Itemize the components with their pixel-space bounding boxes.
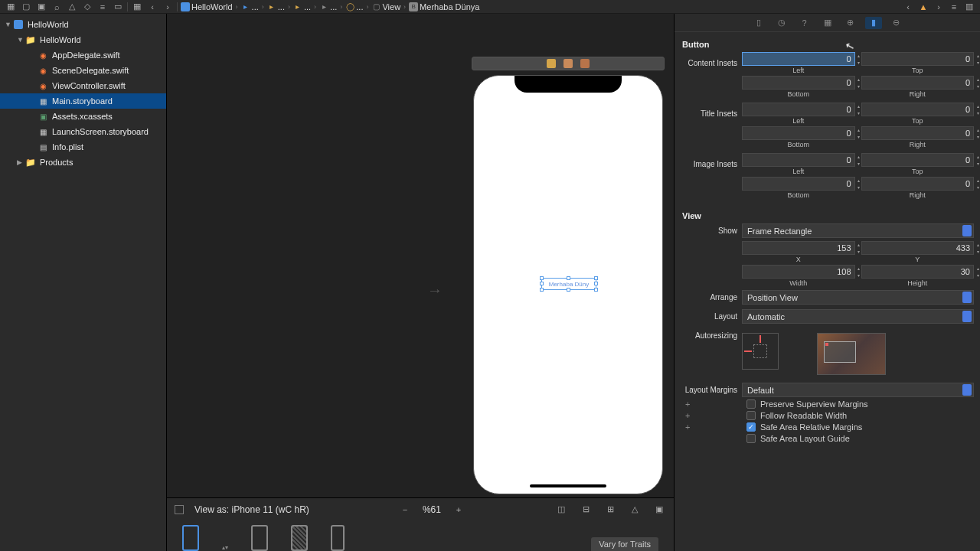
resize-handle[interactable] [540, 288, 544, 292]
autoresizing-control[interactable] [742, 333, 779, 370]
layout-margins-dropdown[interactable]: Default [742, 383, 974, 397]
file-row[interactable]: ◉ViewController.swift [0, 78, 166, 93]
breadcrumb-item[interactable]: ▸... [318, 2, 338, 11]
image-insets-bottom-input[interactable]: 0▴▾ [742, 177, 855, 191]
breadcrumb-item[interactable]: ▢View [370, 2, 402, 11]
breadcrumb-item[interactable]: ▸... [292, 2, 312, 11]
scene-toolbar[interactable] [472, 57, 665, 70]
device-option[interactable] [291, 525, 308, 551]
history-inspector-tab[interactable]: ◷ [773, 17, 790, 29]
panel-icon[interactable]: ▢ [18, 2, 34, 12]
resize-handle[interactable] [594, 282, 598, 285]
breadcrumb-item[interactable]: ◯... [344, 2, 364, 11]
device-option[interactable] [182, 525, 199, 551]
width-input[interactable]: 108▴▾ [742, 265, 855, 279]
scene-icon[interactable] [547, 59, 556, 68]
resize-handle[interactable] [540, 276, 544, 280]
safe-area-relative-checkbox[interactable] [746, 422, 756, 432]
scene-icon[interactable] [564, 59, 573, 68]
warning-badge-icon[interactable]: ▲ [916, 2, 931, 12]
file-row[interactable]: ◉SceneDelegate.swift [0, 63, 166, 78]
title-insets-bottom-input[interactable]: 0▴▾ [742, 126, 855, 140]
assistant-icon[interactable]: ▥ [962, 2, 977, 12]
arrange-dropdown[interactable]: Position View [742, 290, 974, 305]
stepper-icon[interactable]: ▴▾ [975, 242, 980, 256]
resize-handle[interactable] [594, 288, 598, 292]
safe-area-guide-checkbox[interactable] [746, 434, 756, 443]
title-insets-right-input[interactable]: 0▴▾ [861, 126, 975, 140]
image-insets-left-input[interactable]: 0▴▾ [742, 153, 855, 167]
add-icon[interactable]: + [685, 422, 690, 432]
content-insets-top-input[interactable]: 0▴▾ [861, 52, 975, 66]
file-row-selected[interactable]: ▦Main.storyboard [0, 93, 166, 109]
image-insets-right-input[interactable]: 0▴▾ [861, 177, 975, 191]
resize-handle[interactable] [594, 276, 598, 280]
stepper-icon[interactable]: ▴▾ [975, 77, 980, 90]
debug-icon[interactable]: ≡ [95, 2, 110, 12]
breadcrumb-item[interactable]: BMerhaba Dünya [407, 2, 481, 11]
title-insets-left-input[interactable]: 0▴▾ [742, 103, 855, 116]
vary-for-traits-button[interactable]: Vary for Traits [591, 537, 658, 551]
file-inspector-tab[interactable]: ▯ [750, 17, 767, 29]
device-outline-toggle[interactable] [175, 505, 184, 514]
stepper-icon[interactable]: ▴▾ [222, 544, 228, 551]
x-input[interactable]: 153▴▾ [742, 241, 855, 255]
strut-left[interactable] [744, 350, 752, 352]
scene-icon[interactable] [580, 59, 590, 68]
canvas-area[interactable]: → Merhaba Düny [167, 14, 674, 497]
breadcrumb-project[interactable]: HelloWorld [179, 2, 234, 11]
nav-forward-icon[interactable]: › [931, 2, 946, 12]
view-as-label[interactable]: View as: iPhone 11 (wC hR) [194, 504, 309, 515]
connections-inspector-tab[interactable]: ⊖ [888, 17, 905, 29]
outline-icon[interactable]: ≡ [946, 2, 962, 12]
back-button[interactable]: ‹ [145, 2, 160, 12]
show-dropdown[interactable]: Frame Rectangle [742, 223, 974, 238]
related-icon[interactable]: ▦ [129, 2, 145, 12]
search-icon[interactable]: ⌕ [49, 2, 64, 12]
title-insets-top-input[interactable]: 0▴▾ [861, 103, 975, 116]
report-icon[interactable]: ▭ [110, 2, 126, 12]
file-row[interactable]: ▦LaunchScreen.storyboard [0, 124, 166, 139]
attributes-inspector-tab[interactable]: ⊕ [842, 17, 859, 29]
resize-handle[interactable] [567, 276, 570, 280]
preserve-superview-checkbox[interactable] [746, 399, 756, 409]
products-row[interactable]: ▶📁Products [0, 155, 166, 170]
test-icon[interactable]: ◇ [80, 2, 95, 12]
file-row[interactable]: ◉AppDelegate.swift [0, 47, 166, 63]
y-input[interactable]: 433▴▾ [861, 241, 975, 255]
file-row[interactable]: ▤Info.plist [0, 139, 166, 155]
device-option[interactable] [331, 525, 345, 551]
image-insets-top-input[interactable]: 0▴▾ [861, 153, 975, 167]
panel-icon[interactable]: ▦ [3, 2, 18, 12]
content-insets-bottom-input[interactable]: 0▴▾ [742, 76, 855, 90]
constraint-icon[interactable]: ◫ [554, 504, 568, 514]
zoom-level[interactable]: %61 [423, 504, 441, 515]
zoom-in-button[interactable]: + [452, 505, 466, 514]
layout-dropdown[interactable]: Automatic [742, 309, 974, 324]
nav-back-icon[interactable]: ‹ [900, 2, 916, 12]
breadcrumb-item[interactable]: ▸... [266, 2, 286, 11]
height-input[interactable]: 30▴▾ [861, 265, 975, 279]
breadcrumb-item[interactable]: ▸... [240, 2, 260, 11]
size-inspector-tab[interactable]: ▮ [865, 17, 882, 29]
add-icon[interactable]: + [685, 399, 690, 409]
resolve-icon[interactable]: △ [628, 504, 642, 514]
content-insets-right-input[interactable]: 0▴▾ [861, 76, 975, 90]
device-option[interactable] [251, 525, 268, 551]
follow-readable-checkbox[interactable] [746, 411, 756, 420]
stepper-icon[interactable]: ▴▾ [975, 154, 980, 168]
stepper-icon[interactable]: ▴▾ [975, 103, 980, 117]
stepper-icon[interactable]: ▴▾ [975, 178, 980, 191]
align-icon[interactable]: ⊟ [579, 504, 593, 514]
pin-icon[interactable]: ⊞ [603, 504, 617, 514]
resize-handle[interactable] [567, 288, 570, 292]
content-insets-left-input[interactable]: 0▴▾ [742, 52, 855, 66]
add-icon[interactable]: + [685, 411, 690, 420]
help-inspector-tab[interactable]: ? [796, 17, 813, 29]
zoom-out-button[interactable]: − [398, 505, 412, 514]
stepper-icon[interactable]: ▴▾ [975, 53, 980, 67]
resize-handle[interactable] [540, 282, 544, 285]
embed-icon[interactable]: ▣ [652, 504, 666, 514]
stepper-icon[interactable]: ▴▾ [975, 127, 980, 141]
file-row[interactable]: ▣Assets.xcassets [0, 109, 166, 124]
